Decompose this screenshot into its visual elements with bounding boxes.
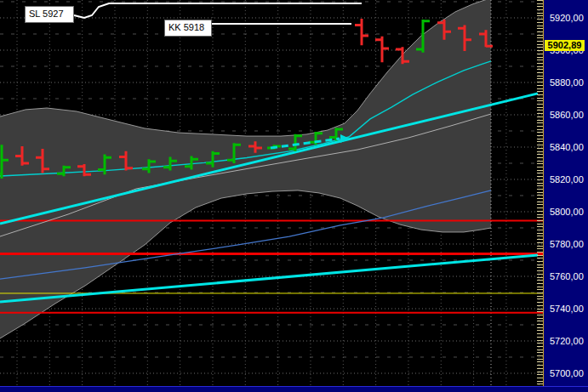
axis-tick-label: 5840,00 [550, 142, 584, 152]
axis-ticks [537, 0, 543, 386]
axis-tick-label: 5800,00 [550, 207, 584, 217]
axis-tick-label: 5880,00 [550, 77, 584, 88]
bottom-panel-divider [0, 386, 588, 392]
ohlc-bar-down [375, 37, 389, 62]
axis-tick-label: 5720,00 [550, 336, 584, 346]
axis-tick-label: 5760,00 [550, 271, 584, 281]
axis-tick-label: 5740,00 [550, 304, 584, 314]
axis-tick-label: 5860,00 [550, 110, 584, 120]
axis-tick-label: 5700,00 [550, 368, 584, 378]
current-price-tag: 5902,89 [545, 40, 585, 51]
price-axis[interactable]: 5920,005900,005880,005860,005840,005820,… [543, 0, 588, 386]
stop-loss-line[interactable] [74, 3, 362, 18]
take-profit-label[interactable]: KK 5918 [164, 20, 212, 37]
stop-loss-label[interactable]: SL 5927 [25, 6, 74, 23]
axis-tick-label: 5920,00 [550, 13, 584, 23]
axis-tick-label: 5820,00 [550, 174, 584, 185]
axis-tick-label: 5780,00 [550, 239, 584, 249]
trading-chart-window: SL 5927 KK 5918 5920,005900,005880,00586… [0, 0, 588, 392]
ohlc-bar-down [355, 19, 368, 45]
price-chart-canvas[interactable] [0, 0, 543, 386]
